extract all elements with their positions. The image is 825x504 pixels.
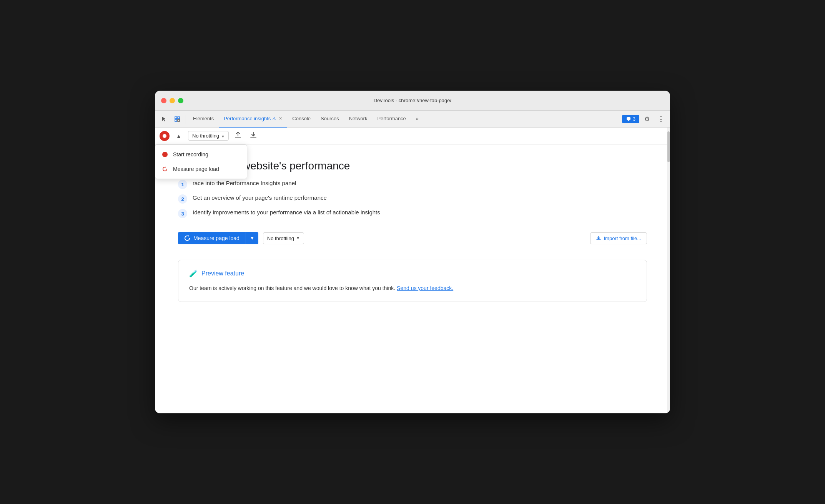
settings-gear-icon[interactable]: ⚙ bbox=[641, 113, 653, 125]
measure-page-load-dropdown-item[interactable]: Measure page load bbox=[155, 162, 247, 176]
panel-title: ights on your website's performance bbox=[178, 160, 647, 172]
flask-icon: 🧪 bbox=[189, 269, 198, 278]
step-number-3: 3 bbox=[178, 209, 187, 218]
step-number-2: 2 bbox=[178, 194, 187, 204]
chevron-down-icon: ▼ bbox=[296, 236, 300, 240]
step-item-3: 3 Identify improvements to your performa… bbox=[178, 209, 647, 218]
step-item-2: 2 Get an overview of your page's runtime… bbox=[178, 194, 647, 204]
toolbar-divider bbox=[186, 114, 186, 124]
tab-network[interactable]: Network bbox=[344, 111, 372, 128]
close-button[interactable] bbox=[161, 98, 166, 103]
tab-sources[interactable]: Sources bbox=[316, 111, 344, 128]
scrollbar[interactable] bbox=[667, 128, 670, 413]
svg-rect-1 bbox=[178, 117, 180, 119]
measure-dropdown-arrow-button[interactable]: ▼ bbox=[246, 232, 258, 244]
upload-icon-button[interactable] bbox=[232, 129, 244, 142]
arrow-up-icon[interactable]: ▲ bbox=[173, 130, 185, 142]
more-options-icon[interactable]: ⋮ bbox=[655, 113, 667, 125]
devtools-tabbar: Elements Performance insights ⚠ ✕ Consol… bbox=[155, 111, 670, 128]
action-row: Measure page load ▼ No throttling ▼ Impo… bbox=[178, 232, 647, 244]
inspect-icon-button[interactable] bbox=[171, 113, 183, 125]
record-dropdown-menu: Start recording Measure page load bbox=[155, 144, 247, 179]
step-item-1: 1 race into the Performance Insights pan… bbox=[178, 180, 647, 189]
import-from-file-button[interactable]: Import from file... bbox=[590, 232, 647, 244]
measure-page-load-button[interactable]: Measure page load bbox=[178, 232, 246, 244]
record-dot-icon bbox=[163, 134, 166, 138]
steps-list: 1 race into the Performance Insights pan… bbox=[178, 180, 647, 218]
reload-icon bbox=[161, 166, 168, 172]
title-bar: DevTools - chrome://new-tab-page/ bbox=[155, 91, 670, 111]
maximize-button[interactable] bbox=[178, 98, 183, 103]
panel-content: ights on your website's performance 1 ra… bbox=[155, 144, 670, 413]
measure-button-group: Measure page load ▼ bbox=[178, 232, 258, 244]
download-icon-button[interactable] bbox=[247, 129, 259, 142]
throttling-dropdown-main[interactable]: No throttling ▼ bbox=[263, 232, 304, 244]
cursor-icon-button[interactable] bbox=[158, 113, 170, 125]
preview-text: Our team is actively working on this fea… bbox=[189, 284, 636, 292]
chevron-down-icon bbox=[221, 133, 225, 139]
devtools-window: DevTools - chrome://new-tab-page/ Elemen… bbox=[155, 91, 670, 413]
tab-console[interactable]: Console bbox=[288, 111, 315, 128]
minimize-button[interactable] bbox=[170, 98, 175, 103]
tab-more[interactable]: » bbox=[411, 111, 423, 128]
tab-performance-insights[interactable]: Performance insights ⚠ ✕ bbox=[219, 111, 287, 128]
notifications-button[interactable]: 3 bbox=[622, 115, 639, 123]
tab-performance[interactable]: Performance bbox=[373, 111, 410, 128]
traffic-lights bbox=[161, 98, 183, 103]
step-number-1: 1 bbox=[178, 180, 187, 189]
toolbar-right: 3 ⚙ ⋮ bbox=[622, 113, 667, 125]
scrollbar-thumb[interactable] bbox=[667, 131, 670, 162]
start-recording-item[interactable]: Start recording bbox=[155, 147, 247, 162]
throttling-dropdown-toolbar[interactable]: No throttling bbox=[188, 131, 229, 141]
svg-rect-0 bbox=[175, 117, 177, 119]
feedback-link[interactable]: Send us your feedback. bbox=[397, 285, 453, 291]
preview-feature-box: 🧪 Preview feature Our team is actively w… bbox=[178, 260, 647, 302]
tab-elements[interactable]: Elements bbox=[188, 111, 218, 128]
chevron-down-icon: ▼ bbox=[250, 235, 254, 241]
tab-close-icon[interactable]: ✕ bbox=[279, 116, 282, 121]
window-title: DevTools - chrome://new-tab-page/ bbox=[374, 98, 451, 103]
preview-title: 🧪 Preview feature bbox=[189, 269, 636, 278]
svg-rect-2 bbox=[175, 119, 177, 121]
svg-rect-3 bbox=[178, 119, 180, 121]
record-button[interactable] bbox=[160, 131, 170, 141]
record-circle-icon bbox=[161, 151, 168, 158]
warning-icon: ⚠ bbox=[272, 116, 276, 121]
panel-toolbar: ▲ No throttling bbox=[155, 128, 670, 144]
